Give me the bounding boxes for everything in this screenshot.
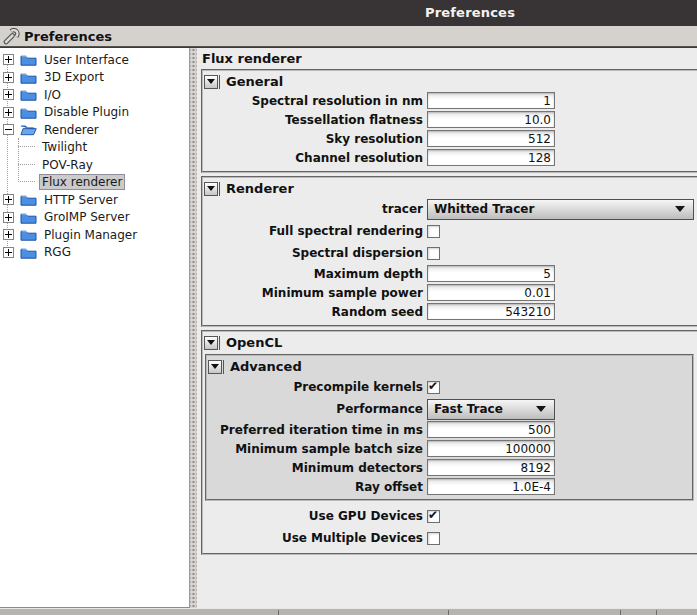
setting-row: Use Multiple Devices: [203, 527, 697, 549]
section-advanced: Advanced Precompile kernels Performance …: [205, 354, 694, 501]
tree-item-io[interactable]: I/O: [0, 86, 189, 104]
field-label: Channel resolution: [203, 151, 423, 165]
minimum-sample-batch-size-input[interactable]: [427, 440, 555, 457]
channel-resolution-input[interactable]: [427, 149, 555, 166]
chevron-down-icon: [211, 364, 219, 369]
sky-resolution-input[interactable]: [427, 130, 555, 147]
tree-item-flux-renderer[interactable]: Flux renderer: [0, 174, 189, 192]
setting-row: Performance Fast Trace: [207, 398, 692, 420]
preferences-tree: User Interface 3D Export I/O Disable Plu…: [0, 48, 190, 608]
setting-row: Full spectral rendering: [203, 220, 697, 242]
expand-icon[interactable]: [3, 54, 14, 65]
field-label: Maximum depth: [203, 267, 423, 281]
maximum-depth-input[interactable]: [427, 265, 555, 282]
folder-icon: [20, 211, 37, 224]
setting-row: Minimum sample power: [203, 283, 697, 302]
setting-row: Spectral resolution in nm: [203, 91, 697, 110]
panel-splitter[interactable]: [190, 48, 197, 608]
tracer-select[interactable]: Whitted Tracer: [427, 199, 694, 220]
divider: [219, 336, 220, 350]
tree-item-plugin-manager[interactable]: Plugin Manager: [0, 226, 189, 244]
window-titlebar[interactable]: Preferences: [0, 0, 697, 26]
tree-item-user-interface[interactable]: User Interface: [0, 51, 189, 69]
tree-line: [18, 181, 35, 183]
setting-row: Random seed: [203, 302, 697, 321]
chevron-down-icon: [207, 79, 215, 84]
spectral-dispersion-checkbox[interactable]: [427, 247, 440, 260]
open-folder-icon: [20, 123, 37, 136]
preferences-tab-header[interactable]: Preferences: [0, 26, 697, 47]
tessellation-flatness-input[interactable]: [427, 111, 555, 128]
tree-line: [18, 138, 19, 182]
spectral-resolution-input[interactable]: [427, 92, 555, 109]
main-area: User Interface 3D Export I/O Disable Plu…: [0, 47, 697, 608]
setting-row: Minimum sample batch size: [207, 439, 692, 458]
setting-row: tracer Whitted Tracer: [203, 198, 697, 220]
section-general: General Spectral resolution in nm Tessel…: [201, 69, 697, 173]
random-seed-input[interactable]: [427, 303, 555, 320]
tree-item-disable-plugin[interactable]: Disable Plugin: [0, 104, 189, 122]
folder-icon: [20, 106, 37, 119]
field-label: Use Multiple Devices: [203, 531, 423, 545]
chevron-down-icon: [207, 340, 215, 345]
expand-icon[interactable]: [3, 229, 14, 240]
collapse-button[interactable]: [204, 336, 218, 350]
expand-icon[interactable]: [3, 89, 14, 100]
field-label: Spectral resolution in nm: [203, 94, 423, 108]
tree-item-3d-export[interactable]: 3D Export: [0, 69, 189, 87]
divider: [223, 360, 224, 374]
tree-item-renderer[interactable]: Renderer: [0, 121, 189, 139]
field-label: Minimum sample batch size: [207, 442, 423, 456]
section-opencl-header: OpenCL: [203, 332, 697, 352]
section-title: Advanced: [230, 359, 302, 374]
section-title: General: [226, 74, 283, 89]
tree-item-groimp-server[interactable]: GroIMP Server: [0, 209, 189, 227]
tree-item-pov-ray[interactable]: POV-Ray: [0, 156, 189, 174]
minimum-sample-power-input[interactable]: [427, 284, 555, 301]
collapse-button[interactable]: [208, 360, 222, 374]
divider: [219, 182, 220, 196]
section-title: Renderer: [226, 181, 294, 196]
tree-line: [18, 164, 35, 166]
collapse-icon[interactable]: [3, 124, 14, 135]
setting-row: Preferred iteration time in ms: [207, 420, 692, 439]
expand-icon[interactable]: [3, 247, 14, 258]
field-label: Ray offset: [207, 480, 423, 494]
collapse-button[interactable]: [204, 75, 218, 89]
window-bottom-edge: [0, 608, 697, 615]
performance-select[interactable]: Fast Trace: [427, 399, 555, 420]
use-gpu-devices-checkbox[interactable]: [427, 510, 440, 523]
use-multiple-devices-checkbox[interactable]: [427, 532, 440, 545]
window-edge-mark: [620, 610, 621, 615]
wrench-icon: [3, 28, 20, 45]
tree-item-http-server[interactable]: HTTP Server: [0, 191, 189, 209]
folder-icon: [20, 193, 37, 206]
ray-offset-input[interactable]: [427, 478, 555, 495]
field-label: Tessellation flatness: [203, 113, 423, 127]
tree-item-twilight[interactable]: Twilight: [0, 139, 189, 157]
minimum-detectors-input[interactable]: [427, 459, 555, 476]
field-label: Full spectral rendering: [203, 224, 423, 238]
expand-icon[interactable]: [3, 107, 14, 118]
expand-icon[interactable]: [3, 72, 14, 83]
full-spectral-rendering-checkbox[interactable]: [427, 225, 440, 238]
precompile-kernels-checkbox[interactable]: [427, 381, 440, 394]
settings-panel: Flux renderer General Spectral resolutio…: [197, 48, 697, 608]
expand-icon[interactable]: [3, 212, 14, 223]
expand-icon[interactable]: [3, 194, 14, 205]
folder-icon: [20, 228, 37, 241]
tree-item-rgg[interactable]: RGG: [0, 244, 189, 262]
preferences-tab-label: Preferences: [24, 29, 112, 44]
preferred-iteration-time-input[interactable]: [427, 421, 555, 438]
setting-row: Maximum depth: [203, 264, 697, 283]
selected-tree-item: Flux renderer: [39, 174, 125, 190]
setting-row: Channel resolution: [203, 148, 697, 167]
tree-line: [18, 146, 35, 148]
field-label: Minimum detectors: [207, 461, 423, 475]
chevron-down-icon: [675, 206, 685, 212]
collapse-button[interactable]: [204, 182, 218, 196]
field-label: Spectral dispersion: [203, 246, 423, 260]
section-advanced-header: Advanced: [207, 356, 692, 376]
section-renderer: Renderer tracer Whitted Tracer Full spec…: [201, 176, 697, 327]
field-label: Preferred iteration time in ms: [207, 423, 423, 437]
